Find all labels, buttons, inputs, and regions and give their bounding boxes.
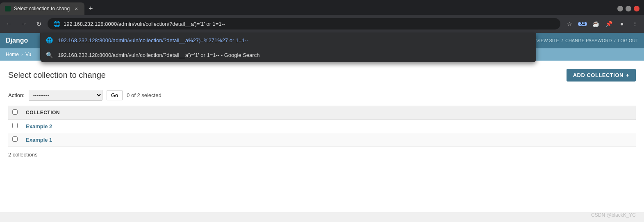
go-button[interactable]: Go: [107, 90, 123, 100]
autocomplete-search-text: 192.168.232.128:8000/admin/vuln/collecti…: [58, 52, 259, 58]
toolbar-icons: ☆ 34 ☕ 📌 ● ⋮: [564, 18, 641, 29]
minimize-button[interactable]: [617, 6, 623, 11]
url-input[interactable]: [64, 21, 555, 27]
page-title: Select collection to change: [8, 70, 106, 80]
collections-count: 2 collections: [8, 152, 636, 158]
add-collection-label: ADD COLLECTION: [573, 72, 624, 78]
collection-name-cell-2: Example 1: [22, 133, 636, 147]
header-links: VIEW SITE / CHANGE PASSWORD / LOG OUT: [536, 38, 638, 43]
change-password-link[interactable]: CHANGE PASSWORD: [565, 38, 612, 43]
action-label: Action:: [8, 92, 25, 98]
add-collection-button[interactable]: ADD COLLECTION +: [567, 69, 636, 82]
tab-close-button[interactable]: ✕: [73, 5, 80, 12]
globe-icon: 🌐: [46, 37, 53, 43]
tab-favicon: [5, 6, 11, 11]
collection-column-header: COLLECTION: [22, 106, 636, 120]
maximize-button[interactable]: [626, 6, 631, 11]
tab-title: Select collection to chang: [14, 6, 70, 11]
autocomplete-search-item[interactable]: 🔍 192.168.232.128:8000/admin/vuln/collec…: [40, 48, 536, 62]
action-bar: Action: --------- Go 0 of 2 selected: [8, 90, 636, 101]
puzzle-icon[interactable]: ☕: [590, 18, 601, 29]
tab-bar: Select collection to chang ✕ +: [0, 0, 644, 15]
select-all-checkbox[interactable]: [12, 109, 18, 115]
address-bar-row: ← → ↻ 🌐 ☆ 34 ☕ 📌 ● ⋮: [0, 15, 644, 33]
row-checkbox-2[interactable]: [12, 136, 18, 142]
log-out-link[interactable]: LOG OUT: [618, 38, 638, 43]
autocomplete-url-text: 192.168.232.128:8000/admin/vuln/collecti…: [58, 37, 248, 43]
profile-icon[interactable]: ●: [616, 18, 628, 29]
search-icon: 🔍: [46, 52, 53, 58]
bookmark-icon[interactable]: ☆: [564, 18, 575, 29]
autocomplete-url-item[interactable]: 🌐 192.168.232.128:8000/admin/vuln/collec…: [40, 33, 536, 48]
row-checkbox-1[interactable]: [12, 123, 18, 128]
extensions-badge[interactable]: 34: [577, 18, 588, 29]
browser-chrome: Select collection to chang ✕ + ← → ↻ 🌐 ☆…: [0, 0, 644, 33]
main-content: Select collection to change ADD COLLECTI…: [0, 61, 644, 212]
table-header: COLLECTION: [8, 106, 636, 120]
table-body: Example 2 Example 1: [8, 120, 636, 147]
page-header: Select collection to change ADD COLLECTI…: [8, 69, 636, 82]
table-row: Example 1: [8, 133, 636, 147]
collection-link-2[interactable]: Example 1: [26, 137, 52, 143]
collection-name-cell-1: Example 2: [22, 120, 636, 133]
row-checkbox-cell: [8, 120, 22, 133]
view-site-link[interactable]: VIEW SITE: [536, 38, 559, 43]
menu-icon[interactable]: ⋮: [629, 18, 641, 29]
collection-table: COLLECTION Example 2: [8, 106, 636, 147]
add-collection-icon: +: [626, 72, 629, 78]
window-close-button[interactable]: [634, 6, 639, 11]
site-name: Django: [6, 37, 28, 44]
pin-icon[interactable]: 📌: [603, 18, 614, 29]
forward-button[interactable]: →: [18, 18, 30, 29]
window-controls: [616, 6, 644, 11]
breadcrumb-vuln[interactable]: Vu: [25, 52, 31, 57]
breadcrumb-home[interactable]: Home: [6, 52, 19, 57]
row-checkbox-cell: [8, 133, 22, 147]
new-tab-button[interactable]: +: [84, 2, 97, 15]
back-button[interactable]: ←: [3, 18, 15, 29]
active-tab[interactable]: Select collection to chang ✕: [0, 2, 84, 15]
security-icon: 🌐: [53, 20, 60, 27]
action-select[interactable]: ---------: [29, 90, 102, 101]
table-row: Example 2: [8, 120, 636, 133]
collection-link-1[interactable]: Example 2: [26, 123, 52, 129]
reload-button[interactable]: ↻: [33, 18, 44, 29]
select-all-header: [8, 106, 22, 120]
address-bar[interactable]: 🌐: [48, 18, 560, 29]
selected-count: 0 of 2 selected: [127, 92, 162, 98]
autocomplete-dropdown: 🌐 192.168.232.128:8000/admin/vuln/collec…: [40, 33, 536, 62]
